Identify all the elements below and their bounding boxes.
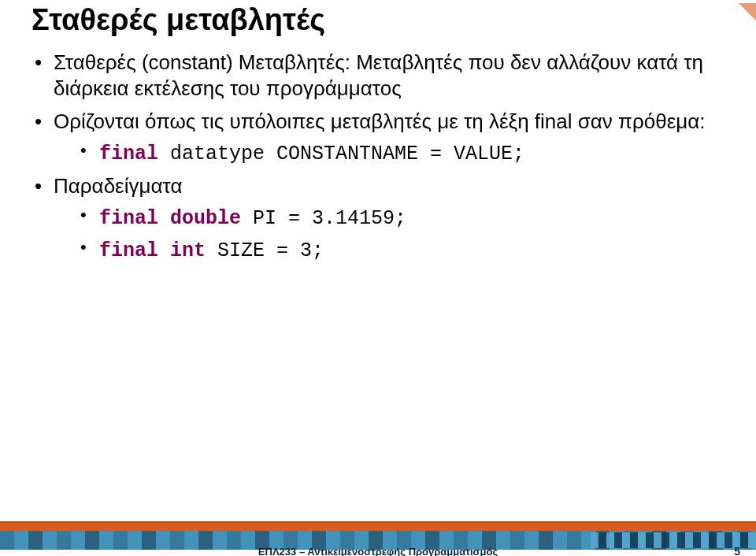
code-rest: PI = 3.14159; [241, 207, 406, 230]
slide-footer: ΕΠΛ233 – Αντικειμενοστρεφής Προγραμματισ… [0, 528, 756, 556]
bullet-3: Παραδείγματα final double PI = 3.14159; … [32, 173, 724, 264]
keyword-final: final [99, 143, 158, 165]
bullet-1-text: Σταθερές (constant) Μεταβλητές: Μεταβλητ… [54, 50, 703, 100]
slide: Σταθερές μεταβλητές Σταθερές (constant) … [0, 3, 756, 556]
keyword-final: final [99, 239, 158, 262]
bullet-2-sub-1: final datatype CONSTANTNAME = VALUE; [77, 139, 724, 167]
bullet-3-sub-1: final double PI = 3.14159; [77, 204, 724, 232]
keyword-final: final [99, 207, 158, 230]
page-number: 5 [734, 545, 740, 556]
footer-orange-bar [0, 521, 756, 531]
corner-accent [739, 3, 756, 20]
bullet-3-sub-2: final int SIZE = 3; [77, 236, 724, 264]
slide-content: Σταθερές (constant) Μεταβλητές: Μεταβλητ… [32, 50, 724, 264]
keyword-int: int [170, 239, 206, 262]
bullet-1: Σταθερές (constant) Μεταβλητές: Μεταβλητ… [32, 50, 724, 102]
bullet-3-text: Παραδείγματα [54, 174, 182, 198]
keyword-double: double [170, 207, 241, 230]
code-rest: datatype CONSTANTNAME = VALUE; [158, 143, 524, 165]
footer-course-label: ΕΠΛ233 – Αντικειμενοστρεφής Προγραμματισ… [0, 546, 756, 556]
bullet-2: Ορίζονται όπως τις υπόλοιπες μεταβλητές … [32, 109, 724, 167]
code-rest: SIZE = 3; [206, 239, 324, 262]
bullet-2-text: Ορίζονται όπως τις υπόλοιπες μεταβλητές … [54, 109, 706, 133]
slide-title: Σταθερές μεταβλητές [32, 3, 724, 37]
